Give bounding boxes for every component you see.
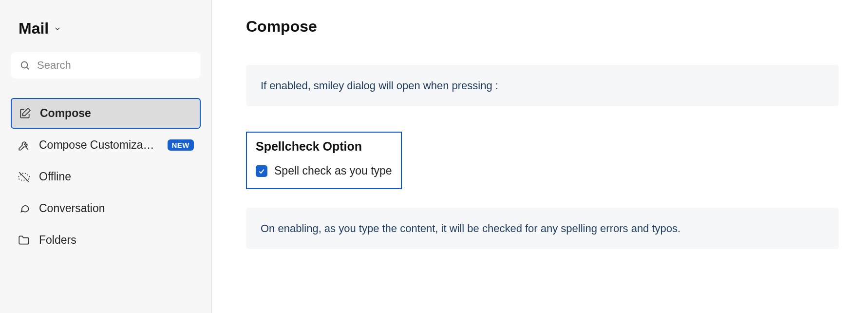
sidebar-item-compose[interactable]: Compose — [11, 98, 201, 129]
cloud-off-icon — [18, 171, 30, 183]
mail-dropdown[interactable]: Mail — [11, 20, 201, 38]
sidebar-item-folders[interactable]: Folders — [11, 225, 201, 255]
smiley-info-box: If enabled, smiley dialog will open when… — [246, 65, 839, 106]
spellcheck-checkbox-label: Spell check as you type — [274, 164, 392, 177]
spellcheck-checkbox-row: Spell check as you type — [256, 164, 392, 177]
spellcheck-info-box: On enabling, as you type the content, it… — [246, 208, 839, 249]
sidebar-item-label: Offline — [39, 170, 194, 183]
compose-icon — [19, 107, 31, 120]
tools-icon — [18, 139, 30, 152]
spellcheck-checkbox[interactable] — [256, 165, 267, 177]
folder-icon — [18, 234, 30, 247]
search-icon — [19, 60, 30, 71]
check-icon — [258, 167, 265, 175]
spellcheck-option-group: Spellcheck Option Spell check as you typ… — [246, 132, 402, 189]
new-badge: NEW — [168, 139, 194, 151]
page-title: Compose — [246, 18, 839, 36]
sidebar-item-compose-customization[interactable]: Compose Customiza… NEW — [11, 130, 201, 160]
search-box[interactable] — [11, 52, 201, 78]
chevron-down-icon — [54, 25, 61, 33]
spellcheck-heading: Spellcheck Option — [256, 139, 392, 154]
sidebar-title: Mail — [19, 20, 49, 38]
sidebar-nav: Compose Compose Customiza… NEW Offline C… — [11, 98, 201, 255]
svg-point-0 — [21, 62, 28, 68]
svg-line-1 — [27, 67, 29, 69]
main-content: Compose If enabled, smiley dialog will o… — [212, 0, 868, 313]
sidebar-item-offline[interactable]: Offline — [11, 161, 201, 192]
sidebar-item-conversation[interactable]: Conversation — [11, 193, 201, 224]
sidebar-item-label: Compose — [40, 107, 193, 120]
sidebar-item-label: Compose Customiza… — [39, 138, 159, 152]
sidebar-item-label: Conversation — [39, 202, 194, 215]
sidebar-item-label: Folders — [39, 234, 194, 247]
conversation-icon — [18, 202, 30, 215]
search-input[interactable] — [37, 59, 192, 72]
sidebar: Mail Compose Compose Customiza… NEW Offl… — [0, 0, 212, 313]
